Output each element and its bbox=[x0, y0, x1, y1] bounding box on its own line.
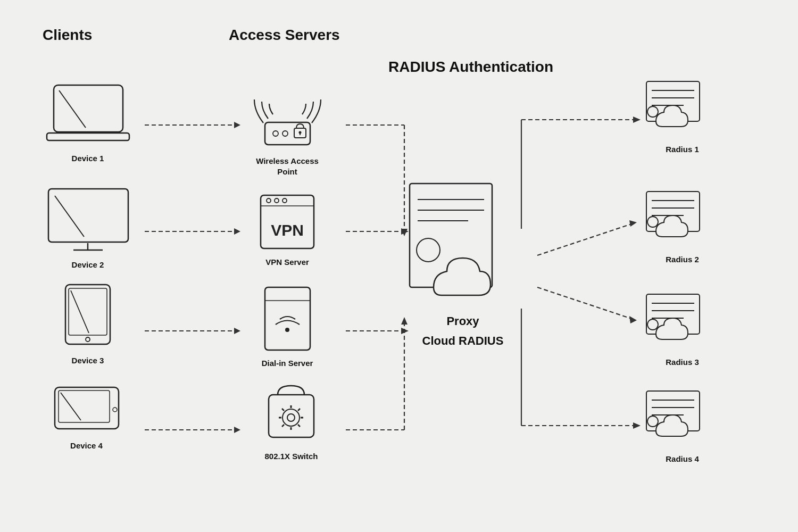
wap-label: Wireless AccessPoint bbox=[256, 156, 319, 177]
svg-line-21 bbox=[537, 223, 633, 255]
svg-marker-3 bbox=[234, 228, 240, 235]
svg-line-32 bbox=[55, 196, 84, 237]
svg-point-60 bbox=[287, 414, 295, 421]
radius3-label: Radius 3 bbox=[666, 357, 699, 368]
svg-marker-7 bbox=[234, 427, 240, 433]
dialin-label: Dial-in Server bbox=[262, 358, 313, 369]
svg-line-23 bbox=[537, 287, 633, 319]
svg-point-47 bbox=[298, 131, 301, 134]
svg-rect-36 bbox=[69, 288, 107, 335]
proxy-node: Proxy Cloud RADIUS bbox=[404, 181, 521, 348]
device2-label: Device 2 bbox=[72, 260, 104, 270]
device3-label: Device 3 bbox=[72, 355, 104, 366]
svg-point-45 bbox=[282, 131, 288, 136]
svg-rect-40 bbox=[59, 390, 110, 422]
switch-label: 802.1X Switch bbox=[264, 451, 318, 462]
tablet-vertical-icon bbox=[61, 282, 114, 351]
svg-point-88 bbox=[647, 319, 658, 330]
svg-line-29 bbox=[59, 90, 86, 128]
device4-label: Device 4 bbox=[70, 440, 103, 451]
svg-point-57 bbox=[285, 328, 289, 332]
svg-point-52 bbox=[275, 198, 279, 203]
radius3-icon bbox=[641, 292, 724, 353]
proxy-icon bbox=[404, 181, 521, 330]
proxy-label1: Proxy bbox=[446, 314, 479, 329]
dialin-node: Dial-in Server bbox=[245, 285, 330, 369]
radius1-icon bbox=[641, 79, 724, 140]
radius4-label: Radius 4 bbox=[666, 454, 699, 464]
radius2-label: Radius 2 bbox=[666, 254, 699, 265]
radius-auth-header: RADIUS Authentication bbox=[388, 59, 553, 76]
vpn-label: VPN Server bbox=[265, 257, 309, 268]
svg-rect-30 bbox=[47, 133, 129, 140]
radius3-node: Radius 3 bbox=[636, 292, 729, 368]
svg-line-41 bbox=[61, 393, 81, 420]
device3-node: Device 3 bbox=[43, 282, 133, 366]
switch-icon bbox=[261, 383, 322, 447]
radius4-node: Radius 4 bbox=[636, 388, 729, 464]
vpn-node: VPN VPN Server bbox=[245, 184, 330, 268]
dialin-icon bbox=[260, 285, 315, 354]
proxy-label2: Cloud RADIUS bbox=[422, 334, 504, 349]
svg-point-83 bbox=[647, 217, 658, 227]
radius2-node: Radius 2 bbox=[636, 189, 729, 265]
svg-line-67 bbox=[298, 409, 300, 411]
radius1-node: Radius 1 bbox=[636, 79, 729, 155]
diagram: Clients Access Servers RADIUS Authentica… bbox=[0, 0, 798, 532]
device2-node: Device 2 bbox=[35, 186, 141, 270]
svg-point-42 bbox=[113, 408, 117, 412]
monitor-icon bbox=[44, 186, 132, 255]
svg-point-38 bbox=[86, 337, 90, 342]
radius2-icon bbox=[641, 189, 724, 250]
clients-header: Clients bbox=[43, 27, 92, 44]
access-servers-header: Access Servers bbox=[229, 27, 340, 44]
svg-rect-55 bbox=[265, 287, 310, 350]
laptop-icon bbox=[44, 82, 132, 149]
svg-line-66 bbox=[298, 425, 300, 427]
svg-point-53 bbox=[282, 198, 287, 203]
wap-icon bbox=[244, 82, 331, 152]
svg-rect-28 bbox=[54, 85, 123, 132]
device4-node: Device 4 bbox=[40, 383, 133, 451]
svg-rect-31 bbox=[48, 189, 128, 242]
vpn-icon: VPN bbox=[255, 184, 319, 253]
svg-line-68 bbox=[282, 425, 284, 427]
svg-point-51 bbox=[267, 198, 271, 203]
svg-rect-58 bbox=[269, 395, 314, 437]
svg-text:VPN: VPN bbox=[271, 221, 304, 239]
svg-marker-5 bbox=[234, 328, 240, 334]
svg-point-73 bbox=[417, 238, 440, 262]
tablet-horizontal-icon bbox=[52, 383, 121, 436]
svg-line-37 bbox=[71, 290, 89, 333]
device1-node: Device 1 bbox=[35, 82, 141, 164]
svg-point-44 bbox=[273, 131, 278, 136]
svg-point-78 bbox=[647, 106, 658, 117]
device1-label: Device 1 bbox=[72, 153, 104, 164]
svg-point-93 bbox=[647, 416, 658, 427]
radius4-icon bbox=[641, 388, 724, 450]
switch-node: 802.1X Switch bbox=[245, 383, 338, 462]
svg-point-59 bbox=[282, 409, 300, 426]
svg-line-65 bbox=[282, 409, 284, 411]
radius1-label: Radius 1 bbox=[666, 144, 699, 155]
wap-node: Wireless AccessPoint bbox=[237, 82, 338, 177]
